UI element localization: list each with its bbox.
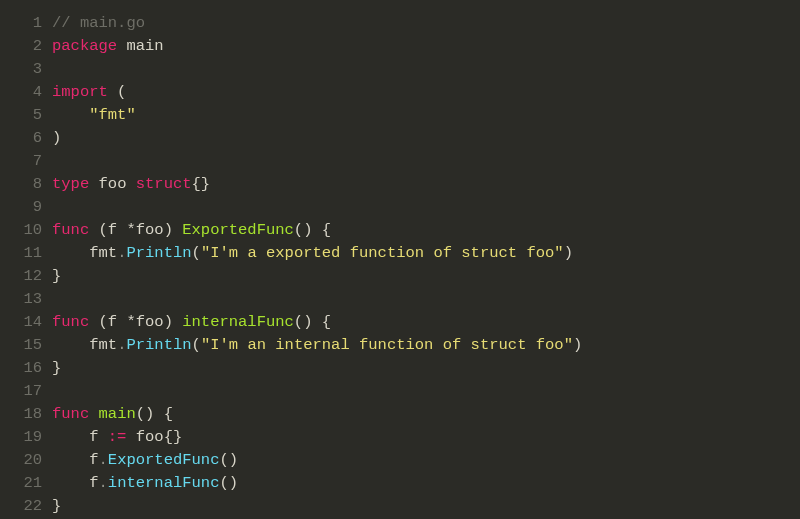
token-punct: () [219,451,238,469]
token-ident: foo [99,175,127,193]
code-line: 7 [0,150,800,173]
token-punct: ) [573,336,582,354]
code-line: 20 f.ExportedFunc() [0,449,800,472]
token-func: ExportedFunc [182,221,294,239]
token-punct: () { [136,405,173,423]
code-content: f.ExportedFunc() [52,449,238,472]
line-number: 13 [0,288,52,311]
line-number: 22 [0,495,52,518]
token-punct: ) [52,129,61,147]
code-content: fmt.Println("I'm a exported function of … [52,242,573,265]
token-punct: f [52,451,99,469]
line-number: 3 [0,58,52,81]
token-punct: fmt [52,336,117,354]
line-number: 2 [0,35,52,58]
token-string: "I'm a exported function of struct foo" [201,244,564,262]
line-number: 8 [0,173,52,196]
token-punct: () { [294,221,331,239]
token-punct: ( [192,336,201,354]
token-punct: foo{} [126,428,182,446]
token-keyword: import [52,83,108,101]
code-content: package main [52,35,164,58]
line-number: 17 [0,380,52,403]
code-content: func (f *foo) ExportedFunc() { [52,219,331,242]
code-line: 15 fmt.Println("I'm an internal function… [0,334,800,357]
token-keyword: func [52,221,89,239]
token-punct [126,175,135,193]
token-dot: . [99,451,108,469]
line-number: 15 [0,334,52,357]
line-number: 19 [0,426,52,449]
code-line: 22} [0,495,800,518]
token-keyword: := [108,428,127,446]
line-number: 1 [0,12,52,35]
token-punct: () { [294,313,331,331]
token-keyword: struct [136,175,192,193]
code-line: 18func main() { [0,403,800,426]
line-number: 10 [0,219,52,242]
token-string: "I'm an internal function of struct foo" [201,336,573,354]
code-line: 11 fmt.Println("I'm a exported function … [0,242,800,265]
code-content: type foo struct{} [52,173,210,196]
code-content: f := foo{} [52,426,182,449]
code-content: } [52,495,61,518]
code-content: // main.go [52,12,145,35]
token-punct: fmt [52,244,117,262]
token-punct: } [52,267,61,285]
token-punct: ( [192,244,201,262]
token-type: internalFunc [108,474,220,492]
code-line: 10func (f *foo) ExportedFunc() { [0,219,800,242]
code-content: func (f *foo) internalFunc() { [52,311,331,334]
code-content: } [52,265,61,288]
token-punct: f [52,428,108,446]
code-content: func main() { [52,403,173,426]
code-line: 13 [0,288,800,311]
token-punct: (f *foo) [89,313,182,331]
line-number: 11 [0,242,52,265]
token-punct: (f *foo) [89,221,182,239]
code-line: 1// main.go [0,12,800,35]
token-punct [89,175,98,193]
token-punct: () [219,474,238,492]
line-number: 12 [0,265,52,288]
line-number: 4 [0,81,52,104]
token-type: ExportedFunc [108,451,220,469]
line-number: 5 [0,104,52,127]
token-punct: {} [192,175,211,193]
code-line: 17 [0,380,800,403]
token-punct [89,405,98,423]
token-keyword: func [52,313,89,331]
code-content: import ( [52,81,126,104]
token-dot: . [99,474,108,492]
token-keyword: func [52,405,89,423]
line-number: 14 [0,311,52,334]
code-line: 19 f := foo{} [0,426,800,449]
code-line: 4import ( [0,81,800,104]
code-line: 21 f.internalFunc() [0,472,800,495]
code-line: 8type foo struct{} [0,173,800,196]
token-ident: main [126,37,163,55]
token-keyword: package [52,37,117,55]
token-type: Println [126,244,191,262]
line-number: 21 [0,472,52,495]
code-line: 12} [0,265,800,288]
code-content: fmt.Println("I'm an internal function of… [52,334,582,357]
token-comment: // main.go [52,14,145,32]
code-editor: 1// main.go2package main34import (5 "fmt… [0,0,800,518]
code-content: "fmt" [52,104,136,127]
token-punct: f [52,474,99,492]
token-punct: } [52,359,61,377]
code-line: 3 [0,58,800,81]
code-line: 16} [0,357,800,380]
token-punct [52,106,89,124]
code-line: 2package main [0,35,800,58]
line-number: 6 [0,127,52,150]
code-content: ) [52,127,61,150]
code-line: 5 "fmt" [0,104,800,127]
code-content: f.internalFunc() [52,472,238,495]
token-type: Println [126,336,191,354]
token-func: internalFunc [182,313,294,331]
token-punct: ) [564,244,573,262]
code-content: } [52,357,61,380]
token-keyword: type [52,175,89,193]
